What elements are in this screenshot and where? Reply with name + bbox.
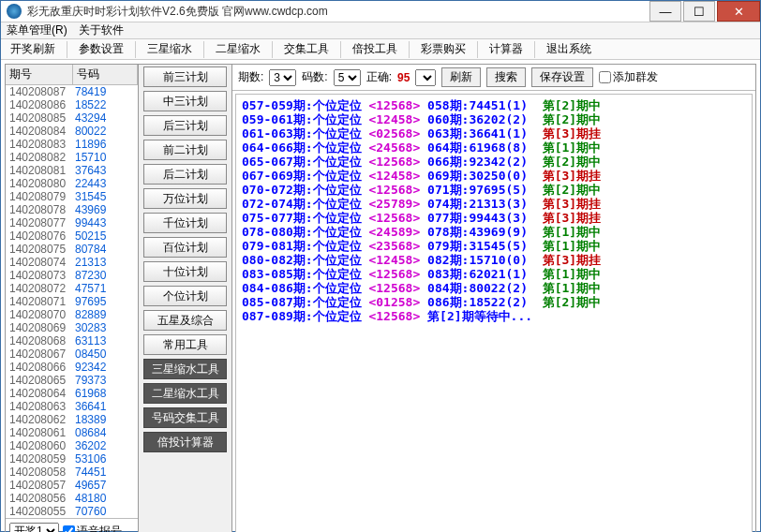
result-line: 070-072期:个位定位 <12568> 071期:97695(5) 第[2]…	[242, 183, 746, 197]
plan-button[interactable]: 后二计划	[143, 164, 227, 185]
toolbar-3[interactable]: 二星缩水	[214, 39, 262, 59]
list-row[interactable]: 14020807931545	[6, 190, 138, 203]
menu-about[interactable]: 关于软件	[79, 22, 124, 38]
add-broadcast-checkbox[interactable]: 添加群发	[599, 69, 658, 85]
list-row[interactable]: 14020807843969	[6, 203, 138, 216]
list-row[interactable]: 14020807247571	[6, 282, 138, 295]
left-panel: 期号 号码 1402080877841914020808618522140208…	[6, 65, 139, 532]
window-title: 彩无敌重庆时时彩计划软件V2.6免费版 官网www.cwdcp.com	[27, 4, 648, 20]
list-row[interactable]: 14020808215710	[6, 151, 138, 164]
save-settings-button[interactable]: 保存设置	[531, 67, 593, 87]
draw-list[interactable]: 1402080877841914020808618522140208085432…	[6, 85, 138, 518]
list-row[interactable]: 14020806692342	[6, 361, 138, 374]
result-line: 078-080期:个位定位 <24589> 078期:43969(9) 第[1]…	[242, 225, 746, 239]
app-icon	[7, 4, 22, 19]
close-button[interactable]: ✕	[717, 1, 760, 22]
col-period: 期号	[6, 65, 73, 84]
list-row[interactable]: 14020807197695	[6, 295, 138, 308]
plan-button[interactable]: 五星及综合	[143, 310, 227, 331]
toolbar-1[interactable]: 参数设置	[77, 39, 126, 59]
list-row[interactable]: 14020808480022	[6, 125, 138, 138]
list-row[interactable]: 14020806461968	[6, 387, 138, 400]
result-line: 061-063期:个位定位 <02568> 063期:36641(1) 第[3]…	[242, 126, 746, 140]
menubar: 菜单管理(R) 关于软件	[1, 22, 760, 39]
list-row[interactable]: 14020805570760	[6, 505, 138, 518]
result-line: 080-082期:个位定位 <12458> 082期:15710(0) 第[3]…	[242, 253, 746, 267]
result-line: 064-066期:个位定位 <24568> 064期:61968(8) 第[1]…	[242, 140, 746, 155]
plan-button[interactable]: 千位计划	[143, 213, 227, 233]
plan-button[interactable]: 前三计划	[143, 66, 227, 87]
tool-button[interactable]: 倍投计算器	[143, 432, 227, 452]
toolbar-0[interactable]: 开奖刷新	[8, 39, 57, 59]
plan-button[interactable]: 万位计划	[143, 188, 227, 209]
result-line: 083-085期:个位定位 <12568> 083期:62021(1) 第[1]…	[242, 267, 746, 281]
titlebar: 彩无敌重庆时时彩计划软件V2.6免费版 官网www.cwdcp.com — ☐ …	[1, 1, 760, 22]
list-row[interactable]: 14020805749657	[6, 479, 138, 492]
list-row[interactable]: 14020805648180	[6, 492, 138, 505]
list-row[interactable]: 14020807650215	[6, 229, 138, 243]
plan-button[interactable]: 后三计划	[143, 115, 227, 136]
tool-button[interactable]: 号码交集工具	[143, 407, 227, 428]
list-row[interactable]: 14020808778419	[6, 85, 138, 98]
correct-value: 95	[397, 71, 410, 84]
codes-select[interactable]: 5	[334, 69, 361, 86]
list-row[interactable]: 14020807421313	[6, 256, 138, 269]
plan-panel: 前三计划中三计划后三计划前二计划后二计划万位计划千位计划百位计划十位计划个位计划…	[139, 65, 232, 532]
result-line: 079-081期:个位定位 <23568> 079期:31545(5) 第[1]…	[242, 239, 746, 253]
toolbar-2[interactable]: 三星缩水	[145, 39, 194, 59]
list-row[interactable]: 14020806863113	[6, 334, 138, 347]
label-periods: 期数:	[238, 69, 263, 85]
label-correct: 正确:	[366, 69, 392, 85]
result-line: 075-077期:个位定位 <12568> 077期:99443(3) 第[3]…	[242, 211, 746, 225]
toolbar-6[interactable]: 彩票购买	[419, 39, 468, 59]
list-row[interactable]: 14020807580784	[6, 243, 138, 256]
plan-button[interactable]: 前二计划	[143, 140, 227, 160]
correct-select[interactable]	[415, 69, 436, 86]
list-row[interactable]: 14020806336641	[6, 400, 138, 413]
list-row[interactable]: 14020808543294	[6, 111, 138, 125]
plan-button[interactable]: 个位计划	[143, 286, 227, 306]
list-row[interactable]: 14020808618522	[6, 98, 138, 111]
list-row[interactable]: 14020806579373	[6, 374, 138, 387]
result-line: 084-086期:个位定位 <12568> 084期:80022(2) 第[1]…	[242, 281, 746, 295]
result-line: 065-067期:个位定位 <12568> 066期:92342(2) 第[2]…	[242, 155, 746, 169]
refresh-button[interactable]: 刷新	[441, 67, 481, 87]
list-row[interactable]: 14020805874451	[6, 466, 138, 479]
plan-button[interactable]: 常用工具	[143, 334, 227, 355]
list-row[interactable]: 14020806930283	[6, 321, 138, 334]
toolbar-4[interactable]: 交集工具	[282, 39, 331, 59]
voice-checkbox[interactable]: 语音报号	[63, 524, 122, 533]
maximize-button[interactable]: ☐	[683, 1, 715, 22]
search-button[interactable]: 搜索	[486, 67, 526, 87]
right-panel: 期数: 3 码数: 5 正确: 95 刷新 搜索 保存设置 添加群发 057-0…	[232, 65, 755, 532]
toolbar-7[interactable]: 计算器	[487, 39, 525, 59]
plan-button[interactable]: 十位计划	[143, 261, 227, 282]
list-row[interactable]: 14020807082889	[6, 308, 138, 321]
label-codes: 码数:	[302, 69, 327, 85]
periods-select[interactable]: 3	[269, 69, 296, 86]
list-row[interactable]: 14020806218389	[6, 413, 138, 426]
tool-button[interactable]: 二星缩水工具	[143, 383, 227, 404]
list-row[interactable]: 14020808022443	[6, 177, 138, 190]
list-row[interactable]: 14020808311896	[6, 138, 138, 151]
toolbar-5[interactable]: 倍投工具	[351, 39, 399, 59]
list-row[interactable]: 14020806108684	[6, 426, 138, 439]
menu-manage[interactable]: 菜单管理(R)	[7, 22, 67, 38]
result-line: 057-059期:个位定位 <12568> 058期:74451(1) 第[2]…	[242, 98, 746, 112]
list-row[interactable]: 14020808137643	[6, 164, 138, 177]
toolbar-8[interactable]: 退出系统	[545, 39, 593, 59]
plan-button[interactable]: 百位计划	[143, 237, 227, 258]
list-row[interactable]: 14020805953106	[6, 452, 138, 466]
draw-select[interactable]: 开奖1	[9, 523, 59, 532]
result-line: 067-069期:个位定位 <12458> 069期:30250(0) 第[3]…	[242, 169, 746, 183]
minimize-button[interactable]: —	[649, 1, 681, 22]
tool-button[interactable]: 三星缩水工具	[143, 359, 227, 379]
plan-button[interactable]: 中三计划	[143, 91, 227, 111]
results-area[interactable]: 057-059期:个位定位 <12568> 058期:74451(1) 第[2]…	[235, 94, 753, 532]
list-row[interactable]: 14020806708450	[6, 347, 138, 361]
result-line: 072-074期:个位定位 <25789> 074期:21313(3) 第[3]…	[242, 197, 746, 211]
list-row[interactable]: 14020807387230	[6, 269, 138, 282]
list-row[interactable]: 14020807799443	[6, 216, 138, 229]
list-row[interactable]: 14020806036202	[6, 439, 138, 452]
toolbar: 开奖刷新参数设置三星缩水二星缩水交集工具倍投工具彩票购买计算器退出系统	[1, 39, 760, 60]
